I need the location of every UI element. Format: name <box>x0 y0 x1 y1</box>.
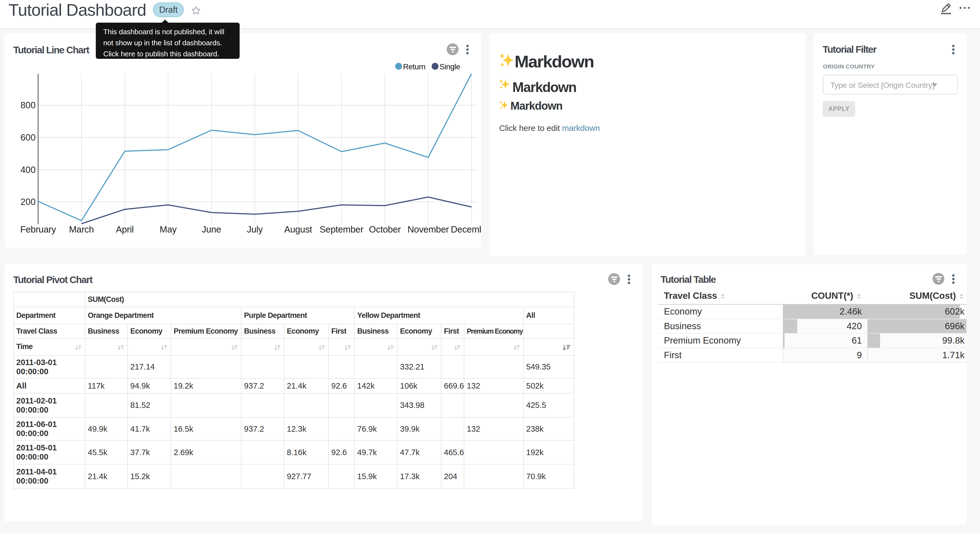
svg-text:May: May <box>159 224 177 235</box>
svg-text:August: August <box>284 224 312 235</box>
svg-text:June: June <box>202 224 221 235</box>
svg-text:September: September <box>320 224 364 235</box>
svg-text:October: October <box>369 224 401 235</box>
svg-text:November: November <box>407 224 449 235</box>
svg-text:Single: Single <box>439 62 460 71</box>
svg-text:February: February <box>20 224 56 235</box>
svg-text:200: 200 <box>21 196 36 207</box>
svg-text:Return: Return <box>403 62 425 71</box>
svg-text:600: 600 <box>21 132 36 142</box>
svg-text:400: 400 <box>21 164 36 175</box>
svg-text:March: March <box>69 224 94 235</box>
svg-text:July: July <box>247 224 263 235</box>
svg-text:December: December <box>451 224 481 235</box>
svg-text:April: April <box>116 224 134 235</box>
svg-text:800: 800 <box>21 100 36 110</box>
